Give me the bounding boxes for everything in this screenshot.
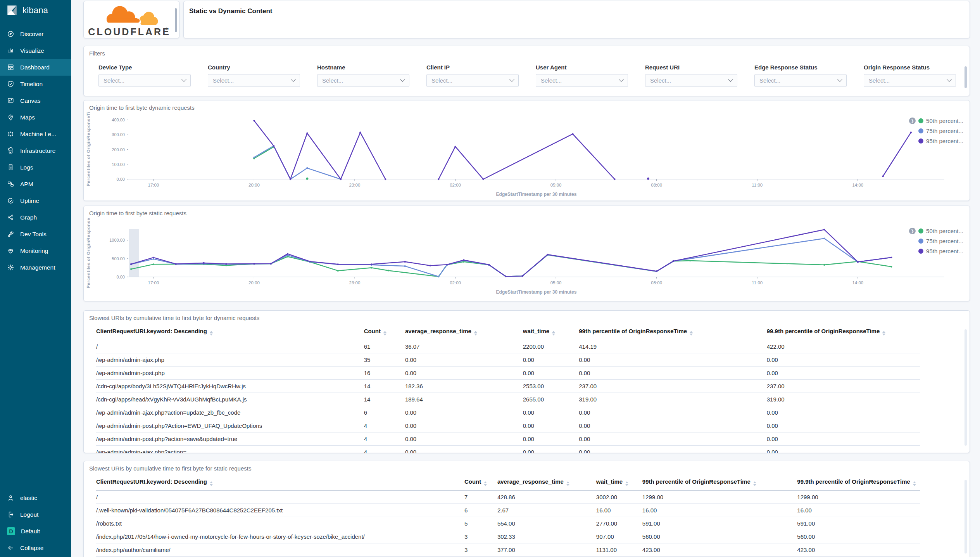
table-cell: /cdn-cgi/apps/body/3Lh52SjWTQ4HRlErJykHq… <box>96 380 364 393</box>
sidebar-item-infrastructure[interactable]: Infrastructure <box>0 142 71 159</box>
filter-select-user-agent[interactable]: Select... <box>536 74 628 87</box>
sidebar-item-graph[interactable]: Graph <box>0 209 71 226</box>
sidebar-item-dashboard[interactable]: Dashboard <box>0 59 71 76</box>
y-tick-label: 200.00 <box>112 147 125 152</box>
sidebar-item-monitoring[interactable]: Monitoring <box>0 242 71 259</box>
sidebar-item-logout[interactable]: Logout <box>0 506 71 523</box>
data-point <box>387 270 389 271</box>
partial-bucket-indicator <box>129 229 139 277</box>
column-header-wait-time[interactable]: wait_time <box>523 323 579 340</box>
legend-item-95th-percent[interactable]: 95th percent... <box>908 248 963 254</box>
filter-select-edge-response-status[interactable]: Select... <box>754 74 847 87</box>
table-cell: /wp-admin/admin-post.php <box>96 367 364 380</box>
chart-legend: ❯50th percent...75th percent...95th perc… <box>908 118 963 144</box>
sidebar-item-dev-tools[interactable]: Dev Tools <box>0 226 71 242</box>
legend-item-75th-percent[interactable]: 75th percent... <box>908 128 963 134</box>
sidebar-item-elastic[interactable]: elastic <box>0 490 71 506</box>
machine-learning-icon <box>7 130 14 138</box>
table-cell: 0.00 <box>767 406 920 419</box>
logs-icon <box>7 164 14 171</box>
x-tick-label: 05:00 <box>550 183 562 187</box>
sidebar-item-logs[interactable]: Logs <box>0 159 71 176</box>
sort-icon <box>210 331 213 336</box>
x-tick-label: 20:00 <box>248 183 260 187</box>
table-cell: / <box>96 340 364 353</box>
sidebar-item-visualize[interactable]: Visualize <box>0 42 71 59</box>
table-cell: 6 <box>464 504 497 517</box>
y-axis-title: Percentiles of OriginResponseTi <box>86 112 91 187</box>
x-tick-label: 08:00 <box>651 280 662 285</box>
x-tick-label: 05:00 <box>550 280 562 285</box>
column-header-99-9th-percentile-of-originresponsetime[interactable]: 99.9th percentile of OriginResponseTime <box>797 474 920 491</box>
column-header-99th-percentile-of-originresponsetime[interactable]: 99th percentile of OriginResponseTime <box>642 474 797 491</box>
sort-icon <box>690 331 693 336</box>
table-cell: /wp-admin/admin-ajax.php <box>96 353 364 367</box>
sidebar-item-management[interactable]: Management <box>0 259 71 276</box>
sidebar-item-collapse[interactable]: Collapse <box>0 540 71 556</box>
sort-icon <box>566 481 569 486</box>
column-header-clientrequesturi-keyword-descending[interactable]: ClientRequestURI.keyword: Descending <box>96 323 364 340</box>
sidebar-item-label: elastic <box>20 495 37 502</box>
logo-panel-scrollbar[interactable] <box>175 8 177 32</box>
column-header-wait-time[interactable]: wait_time <box>596 474 642 491</box>
filter-select-country[interactable]: Select... <box>208 74 300 87</box>
sidebar-item-discover[interactable]: Discover <box>0 26 71 42</box>
data-point <box>438 276 439 277</box>
legend-expand-icon[interactable]: ❯ <box>909 228 916 234</box>
y-tick-label: 500.00 <box>112 256 125 261</box>
table-cell: 0.00 <box>523 353 579 367</box>
sidebar-item-canvas[interactable]: Canvas <box>0 92 71 109</box>
filter-select-hostname[interactable]: Select... <box>317 74 409 87</box>
table-title: Slowest URIs by cumulative time to first… <box>84 461 970 472</box>
table-cell: 0.00 <box>767 446 920 453</box>
data-point <box>287 256 288 257</box>
column-header-average-response-time[interactable]: average_response_time <box>497 474 596 491</box>
sidebar-item-default[interactable]: DDefault <box>0 523 71 540</box>
table-cell: 428.86 <box>497 491 596 504</box>
series-line-95th-percent <box>883 133 911 176</box>
data-point <box>306 167 308 169</box>
filter-label: Client IP <box>426 64 519 71</box>
table-cell: 3002.00 <box>596 491 642 504</box>
table-cell: 319.00 <box>579 393 767 406</box>
legend-item-75th-percent[interactable]: 75th percent... <box>908 238 963 244</box>
series-line-50th-percent <box>254 147 273 159</box>
table-scrollbar[interactable] <box>964 329 967 446</box>
uptime-icon <box>7 197 14 204</box>
table-cell: 182.36 <box>405 380 523 393</box>
legend-expand-icon[interactable]: ❯ <box>909 118 916 124</box>
sidebar-item-apm[interactable]: APM <box>0 176 71 192</box>
sidebar-item-machine-le[interactable]: Machine Le... <box>0 126 71 142</box>
data-point <box>306 177 308 180</box>
column-header-average-response-time[interactable]: average_response_time <box>405 323 523 340</box>
filter-select-request-uri[interactable]: Select... <box>645 74 737 87</box>
sidebar-item-uptime[interactable]: Uptime <box>0 192 71 209</box>
filters-panel-scrollbar[interactable] <box>964 66 967 88</box>
column-header-99-9th-percentile-of-originresponsetime[interactable]: 99.9th percentile of OriginResponseTime <box>767 323 920 340</box>
table-panel-static-requests: Slowest URIs by cumulative time to first… <box>83 461 970 557</box>
kibana-logo: kibana <box>0 0 71 20</box>
column-header-count[interactable]: Count <box>464 474 497 491</box>
column-header-clientrequesturi-keyword-descending[interactable]: ClientRequestURI.keyword: Descending <box>96 474 464 491</box>
data-point <box>429 265 431 266</box>
legend-item-50th-percent[interactable]: ❯50th percent... <box>908 228 963 234</box>
line-chart-static: 0.00500.001000.0017:0020:0023:0002:0005:… <box>84 206 970 301</box>
filter-select-device-type[interactable]: Select... <box>98 74 191 87</box>
legend-item-95th-percent[interactable]: 95th percent... <box>908 138 963 144</box>
table-cell: 61 <box>364 340 405 353</box>
filter-select-origin-response-status[interactable]: Select... <box>864 74 956 87</box>
table-row: /7428.863002.001299.001299.00 <box>96 491 920 504</box>
column-header-99th-percentile-of-originresponsetime[interactable]: 99th percentile of OriginResponseTime <box>579 323 767 340</box>
data-point <box>130 268 132 270</box>
sidebar-item-maps[interactable]: Maps <box>0 109 71 126</box>
legend-item-50th-percent[interactable]: ❯50th percent... <box>908 118 963 124</box>
sidebar-item-timelion[interactable]: Timelion <box>0 76 71 92</box>
table-scrollbar[interactable] <box>964 480 967 554</box>
column-header-count[interactable]: Count <box>364 323 405 340</box>
filter-select-client-ip[interactable]: Select... <box>426 74 519 87</box>
sidebar-item-label: Visualize <box>20 47 44 54</box>
filter-field-hostname: HostnameSelect... <box>317 64 409 87</box>
select-placeholder: Select... <box>650 77 729 84</box>
cloudflare-logo-text: CLOUDFLARE <box>88 26 171 37</box>
data-point <box>454 146 456 147</box>
